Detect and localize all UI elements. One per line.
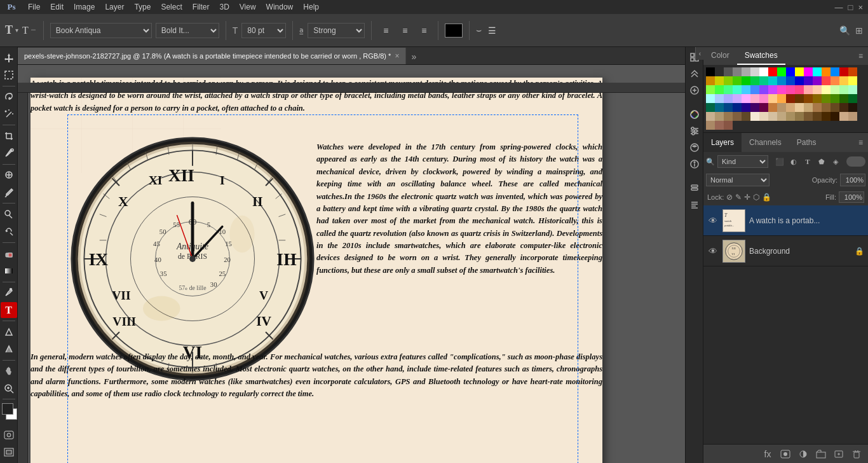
- swatch-color[interactable]: [848, 76, 857, 85]
- direct-selection-tool[interactable]: [1, 341, 17, 357]
- swatch-color[interactable]: [724, 112, 733, 121]
- swatch-color[interactable]: [768, 94, 777, 103]
- swatch-color[interactable]: [759, 76, 768, 85]
- pen-tool[interactable]: [1, 285, 17, 301]
- right-icon-history[interactable]: [687, 66, 702, 81]
- search-btn[interactable]: 🔍: [839, 25, 850, 36]
- history-brush-tool[interactable]: [1, 224, 17, 240]
- swatch-color[interactable]: [848, 103, 857, 112]
- filter-adjust-icon[interactable]: ◐: [788, 156, 799, 167]
- menu-layer[interactable]: Layer: [105, 3, 124, 11]
- crop-tool[interactable]: [1, 128, 17, 144]
- swatch-color[interactable]: [795, 112, 804, 121]
- swatches-panel-collapse[interactable]: ≡: [853, 52, 868, 60]
- filter-toggle[interactable]: [846, 156, 865, 167]
- swatch-color[interactable]: [724, 85, 733, 94]
- zoom-tool[interactable]: [1, 380, 17, 396]
- filter-type-icon[interactable]: T: [802, 156, 813, 167]
- menu-filter[interactable]: Filter: [193, 3, 210, 11]
- swatch-color[interactable]: [724, 94, 733, 103]
- menu-type[interactable]: Type: [134, 3, 151, 11]
- font-style-select[interactable]: Bold It...: [156, 23, 219, 38]
- eyedropper-tool[interactable]: [1, 146, 17, 162]
- lock-transparent-icon[interactable]: ⊘: [726, 193, 733, 202]
- swatch-color[interactable]: [831, 76, 839, 85]
- swatch-color[interactable]: [848, 67, 857, 76]
- swatch-color[interactable]: [839, 85, 848, 94]
- layer-new-btn[interactable]: [832, 448, 845, 460]
- swatch-color[interactable]: [750, 112, 759, 121]
- screen-mode-btn[interactable]: [1, 445, 17, 460]
- menu-3d[interactable]: 3D: [219, 3, 229, 11]
- antialiasing-select[interactable]: Strong: [308, 23, 365, 38]
- font-size-select[interactable]: 80 pt: [241, 23, 286, 38]
- panel-layout-btn[interactable]: ⊞: [855, 25, 863, 36]
- lock-all-icon[interactable]: 🔒: [762, 193, 771, 202]
- right-icon-masks[interactable]: [687, 140, 702, 155]
- swatch-color[interactable]: [759, 112, 768, 121]
- swatch-color[interactable]: [733, 85, 742, 94]
- swatch-color[interactable]: [786, 76, 795, 85]
- swatch-color[interactable]: [831, 85, 839, 94]
- right-icon-info[interactable]: [687, 156, 702, 172]
- swatches-tab[interactable]: Swatches: [737, 47, 785, 65]
- swatch-color[interactable]: [786, 85, 795, 94]
- filter-pixel-icon[interactable]: ⬛: [774, 156, 785, 167]
- swatch-color[interactable]: [786, 94, 795, 103]
- swatch-color[interactable]: [831, 103, 839, 112]
- swatch-color[interactable]: [733, 76, 742, 85]
- lock-position-icon[interactable]: ✛: [744, 193, 750, 202]
- swatch-color[interactable]: [706, 76, 715, 85]
- swatch-color[interactable]: [795, 76, 804, 85]
- swatch-color[interactable]: [777, 112, 786, 121]
- blend-mode-select[interactable]: Normal: [706, 174, 770, 186]
- layer-visibility-bg[interactable]: 👁: [707, 245, 719, 257]
- marquee-tool[interactable]: [1, 67, 17, 83]
- swatch-color[interactable]: [768, 112, 777, 121]
- lasso-tool[interactable]: [1, 89, 17, 105]
- swatch-color[interactable]: [831, 67, 839, 76]
- swatch-color[interactable]: [706, 103, 715, 112]
- right-icon-actions[interactable]: [687, 83, 702, 98]
- swatch-color[interactable]: [715, 76, 724, 85]
- menu-file[interactable]: File: [28, 3, 40, 11]
- canvas-tab-1[interactable]: pexels-steve-johnson-2182727.jpg @ 17.8%…: [18, 48, 406, 64]
- swatch-color[interactable]: [768, 67, 777, 76]
- swatch-color[interactable]: [777, 85, 786, 94]
- swatch-color[interactable]: [777, 94, 786, 103]
- warp-text-btn[interactable]: ⌣: [476, 25, 482, 36]
- swatch-color[interactable]: [742, 85, 750, 94]
- layers-kind-select[interactable]: Kind: [717, 155, 768, 168]
- gradient-tool[interactable]: [1, 263, 17, 279]
- swatch-color[interactable]: [742, 94, 750, 103]
- close-btn[interactable]: ×: [858, 3, 863, 12]
- swatch-color[interactable]: [804, 76, 813, 85]
- swatch-color[interactable]: [795, 94, 804, 103]
- tab-close-btn[interactable]: ×: [395, 52, 399, 60]
- swatch-color[interactable]: [715, 85, 724, 94]
- eraser-tool[interactable]: [1, 245, 17, 261]
- swatch-color[interactable]: [733, 67, 742, 76]
- swatch-color[interactable]: [750, 94, 759, 103]
- layers-tab-paths[interactable]: Paths: [789, 133, 824, 152]
- align-left-btn[interactable]: ≡: [378, 23, 393, 38]
- swatch-color[interactable]: [706, 67, 715, 76]
- swatch-color[interactable]: [715, 121, 724, 130]
- menu-edit[interactable]: Edit: [50, 3, 64, 11]
- swatch-color[interactable]: [848, 112, 857, 121]
- healing-brush-tool[interactable]: [1, 167, 17, 183]
- swatch-color[interactable]: [759, 67, 768, 76]
- menu-help[interactable]: Help: [303, 3, 319, 11]
- swatch-color[interactable]: [813, 85, 822, 94]
- swatch-color[interactable]: [795, 103, 804, 112]
- right-icon-layers2[interactable]: [687, 181, 702, 196]
- swatch-color[interactable]: [724, 103, 733, 112]
- swatch-color[interactable]: [750, 76, 759, 85]
- swatch-color[interactable]: [822, 112, 831, 121]
- swatch-color[interactable]: [706, 112, 715, 121]
- swatch-color[interactable]: [768, 85, 777, 94]
- swatch-color[interactable]: [813, 112, 822, 121]
- swatch-color[interactable]: [839, 67, 848, 76]
- swatch-color[interactable]: [804, 94, 813, 103]
- swatch-color[interactable]: [715, 94, 724, 103]
